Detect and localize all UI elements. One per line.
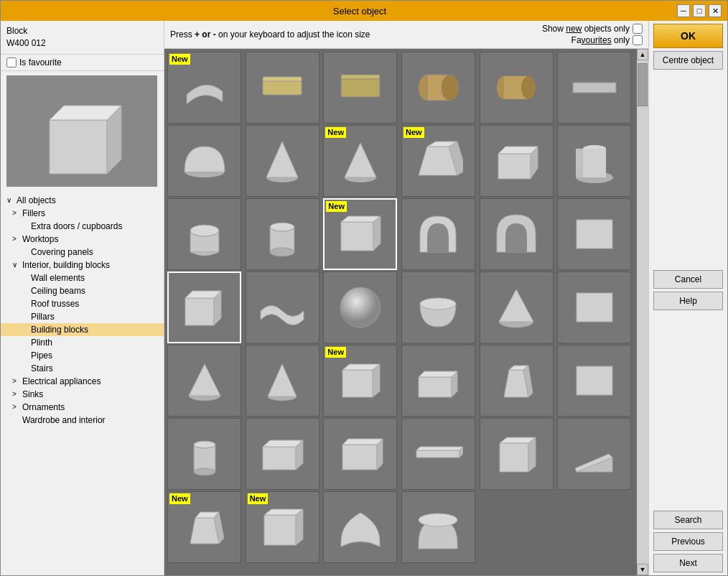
tree-item[interactable]: >Ornaments: [1, 401, 164, 414]
scroll-thumb[interactable]: [638, 63, 648, 106]
close-button[interactable]: ✕: [709, 4, 722, 17]
grid-cell[interactable]: [323, 491, 397, 563]
cancel-button[interactable]: Cancel: [653, 270, 723, 289]
grid-cell[interactable]: New: [246, 491, 319, 563]
show-new-checkbox[interactable]: [633, 24, 643, 34]
grid-cell[interactable]: [323, 418, 397, 490]
ok-button[interactable]: OK: [653, 24, 723, 48]
tree-item[interactable]: Pillars: [1, 310, 164, 323]
grid-cell[interactable]: [323, 271, 397, 343]
grid-cell[interactable]: [323, 52, 397, 124]
search-button[interactable]: Search: [653, 511, 723, 529]
grid-cell[interactable]: [480, 271, 554, 343]
scroll-up-button[interactable]: ▲: [637, 49, 648, 60]
tree-item-label: Worktops: [22, 234, 58, 244]
tree-arrow: ∨: [12, 261, 21, 269]
grid-cell[interactable]: [480, 125, 554, 197]
grid-cell[interactable]: [246, 271, 319, 343]
grid-cell[interactable]: [557, 345, 631, 417]
previous-button[interactable]: Previous: [653, 532, 723, 551]
svg-rect-34: [341, 222, 373, 251]
grid-cell[interactable]: [557, 52, 631, 124]
tree-panel: ∨All objects>FillersExtra doors / cupboa…: [1, 191, 164, 575]
svg-rect-53: [419, 377, 452, 397]
tree-item[interactable]: Plinth: [1, 336, 164, 349]
grid-cell[interactable]: [557, 125, 631, 197]
tree-item[interactable]: Pipes: [1, 349, 164, 362]
grid-cell[interactable]: New: [401, 125, 475, 197]
tree-item[interactable]: >Fillers: [1, 207, 164, 220]
grid-cell[interactable]: [246, 418, 319, 490]
grid-cell[interactable]: [401, 491, 475, 563]
svg-marker-74: [528, 437, 536, 472]
tree-item[interactable]: Stairs: [1, 362, 164, 375]
grid-cell[interactable]: New: [167, 491, 241, 563]
grid-cell[interactable]: New: [167, 52, 241, 124]
grid-cell[interactable]: [167, 345, 241, 417]
tree-item-label: Wardrobe and interior: [22, 415, 106, 425]
next-button[interactable]: Next: [653, 554, 723, 572]
centre-object-button[interactable]: Centre object: [653, 51, 723, 70]
objects-grid: NewNewNewNewNewNewNew: [164, 49, 637, 566]
svg-rect-59: [577, 366, 612, 395]
tree-item[interactable]: Building blocks: [1, 323, 164, 336]
grid-cell[interactable]: [246, 345, 319, 417]
scroll-down-button[interactable]: ▼: [637, 564, 648, 575]
tree-item-label: Ceiling beams: [31, 286, 85, 296]
tree-item-label: Plinth: [31, 338, 52, 348]
grid-cell[interactable]: New: [323, 345, 397, 417]
favourites-checkbox[interactable]: [633, 35, 643, 45]
grid-cell[interactable]: New: [323, 198, 397, 270]
new-badge: New: [169, 54, 190, 65]
show-new-label: Show new objects only: [542, 24, 630, 34]
cube-svg: [39, 95, 132, 181]
tree-item-label: Fillers: [22, 208, 45, 218]
tree-item[interactable]: Roof trusses: [1, 297, 164, 310]
tree-item[interactable]: Ceiling beams: [1, 284, 164, 297]
grid-cell[interactable]: [480, 345, 554, 417]
grid-cell[interactable]: [167, 271, 241, 343]
tree-item[interactable]: >Worktops: [1, 233, 164, 246]
tree-item[interactable]: Wardrobe and interior: [1, 414, 164, 427]
tree-item[interactable]: >Sinks: [1, 388, 164, 401]
grid-cell[interactable]: [167, 125, 241, 197]
tree-item[interactable]: Extra doors / cupboards: [1, 220, 164, 233]
help-button[interactable]: Help: [653, 292, 723, 310]
tree-item[interactable]: Wall elements: [1, 271, 164, 284]
tree-arrow: >: [12, 377, 21, 385]
grid-cell[interactable]: [557, 418, 631, 490]
tree-item[interactable]: Covering panels: [1, 246, 164, 259]
tree-item[interactable]: ∨Interior, building blocks: [1, 259, 164, 271]
minimize-button[interactable]: ─: [677, 4, 690, 17]
svg-rect-69: [416, 450, 459, 457]
grid-cell[interactable]: [246, 198, 319, 270]
grid-cell[interactable]: [557, 198, 631, 270]
vertical-scrollbar[interactable]: ▲ ▼: [637, 49, 648, 575]
grid-cell[interactable]: New: [323, 125, 397, 197]
svg-marker-49: [268, 364, 297, 396]
tree-item-label: Sinks: [22, 389, 43, 399]
grid-cell[interactable]: [167, 418, 241, 490]
grid-cell[interactable]: [167, 198, 241, 270]
tree-item[interactable]: >Electrical appliances: [1, 375, 164, 388]
grid-cell[interactable]: [246, 52, 319, 124]
grid-cell[interactable]: [480, 198, 554, 270]
scroll-track[interactable]: [637, 60, 648, 564]
grid-cell[interactable]: [401, 345, 475, 417]
grid-cell[interactable]: [480, 418, 554, 490]
grid-cell[interactable]: [401, 271, 475, 343]
grid-cell[interactable]: [480, 52, 554, 124]
grid-cell[interactable]: [401, 198, 475, 270]
new-badge: New: [326, 201, 347, 212]
grid-cell[interactable]: [557, 271, 631, 343]
grid-cell[interactable]: [401, 52, 475, 124]
grid-cell[interactable]: [401, 418, 475, 490]
content-area: Block W400 012 Is favourite: [1, 21, 727, 575]
tree-item-label: Pipes: [31, 350, 52, 361]
grid-cell[interactable]: [246, 125, 319, 197]
tree-item[interactable]: ∨All objects: [1, 194, 164, 207]
new-badge: New: [403, 127, 424, 138]
tree-item-label: Wall elements: [31, 273, 85, 283]
is-favourite-checkbox[interactable]: [6, 57, 17, 68]
maximize-button[interactable]: □: [693, 4, 706, 17]
